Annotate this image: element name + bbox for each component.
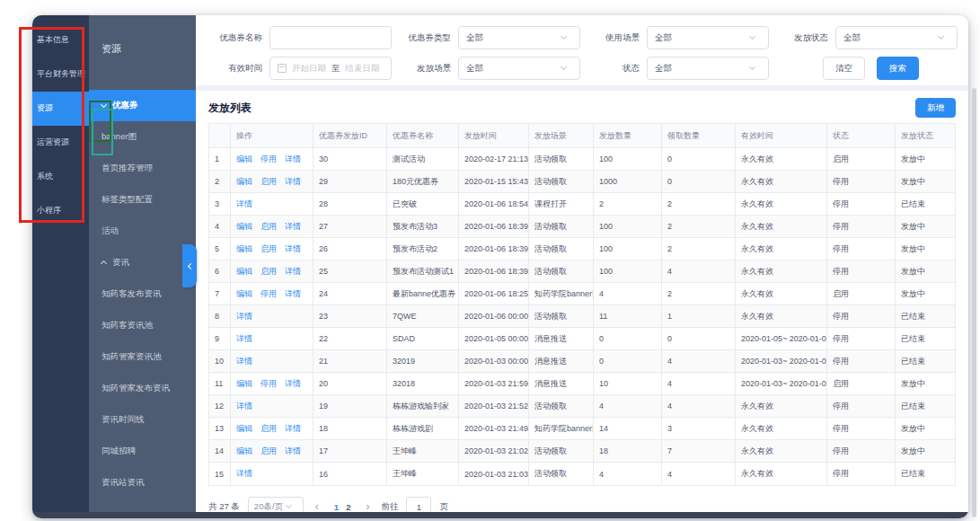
secondary-nav-tag-type-config[interactable]: 标签类型配置 (89, 184, 196, 216)
cell-ops: 详情 (231, 193, 313, 215)
secondary-nav-coupon[interactable]: 优惠券 (89, 90, 196, 121)
add-button[interactable]: 新增 (915, 98, 956, 118)
cell-claim-count: 4 (662, 395, 736, 417)
search-button[interactable]: 搜索 (877, 57, 919, 80)
primary-nav-mini-program[interactable]: 小程序 (32, 194, 89, 228)
secondary-nav-news[interactable]: 资讯 (89, 247, 196, 278)
secondary-nav-zhiyao-manager-publish-news[interactable]: 知药管家发布资讯 (89, 373, 196, 404)
cell-index: 14 (209, 440, 231, 462)
filter-label-valid-time: 有效时间 (207, 63, 262, 75)
op-edit-link[interactable]: 编辑 (236, 288, 252, 300)
op-edit-link[interactable]: 编辑 (236, 176, 252, 188)
secondary-nav-banner-image[interactable]: banner图 (89, 121, 196, 153)
list-header: 发放列表 新增 (196, 91, 968, 123)
secondary-nav-news-site-news[interactable]: 资讯站资讯 (89, 467, 196, 499)
cell-issue-time: 2020-01-03 21:59:5 (459, 373, 529, 394)
op-detail-link[interactable]: 详情 (236, 311, 252, 322)
op-detail-link[interactable]: 详情 (285, 176, 301, 188)
op-edit-link[interactable]: 编辑 (236, 446, 252, 457)
status-filter-select[interactable]: 全部 (647, 57, 769, 80)
cell-issue-count: 11 (594, 305, 662, 327)
cell-coupon-issue-id: 24 (313, 283, 387, 305)
primary-nav-platform-finance[interactable]: 平台财务管理 (32, 57, 89, 92)
secondary-nav-local-jobs[interactable]: 同城招聘 (89, 436, 196, 467)
cell-valid-time: 2020-01-03~ 2020-01-04 (736, 373, 827, 394)
table-row: 8详情237QWE2020-01-06 00:00:0活动领取111永久有效停用… (209, 305, 955, 328)
cell-index: 6 (209, 260, 231, 282)
op-detail-link[interactable]: 详情 (285, 378, 301, 390)
secondary-nav-zhiyao-manager-news-pool[interactable]: 知药管家资讯池 (89, 341, 196, 373)
page-number-1[interactable]: 1 (331, 502, 342, 512)
secondary-nav-news-timeline[interactable]: 资讯时间线 (89, 404, 196, 436)
secondary-nav-zhiyaoke-publish-news[interactable]: 知药客发布资讯 (89, 278, 196, 310)
op-disable-link[interactable]: 停用 (260, 154, 277, 165)
op-detail-link[interactable]: 详情 (285, 288, 301, 300)
op-detail-link[interactable]: 详情 (236, 333, 252, 345)
op-detail-link[interactable]: 详情 (285, 446, 301, 457)
op-edit-link[interactable]: 编辑 (236, 266, 252, 278)
cell-issue-status: 发放中 (896, 238, 957, 260)
table-row: 15详情16王坤峰2020-01-03 21:03:0活动领取44永久有效停用已… (209, 463, 955, 485)
primary-nav-resources[interactable]: 资源 (32, 92, 89, 126)
issue-scene-value: 全部 (466, 63, 483, 75)
cell-coupon-issue-id: 28 (313, 193, 387, 215)
scrollbar-thumb[interactable] (972, 88, 976, 517)
cell-issue-count: 1000 (594, 171, 662, 192)
primary-nav-basic-info[interactable]: 基本信息 (32, 23, 89, 57)
op-enable-link[interactable]: 启用 (260, 243, 277, 255)
use-scene-select[interactable]: 全部 (647, 26, 769, 49)
screenshot-canvas: 基本信息平台财务管理资源运营资源系统小程序 资源 优惠券banner图首页推荐管… (0, 0, 980, 521)
cell-status: 停用 (827, 440, 896, 462)
op-edit-link[interactable]: 编辑 (236, 154, 252, 165)
op-detail-link[interactable]: 详情 (285, 243, 301, 255)
secondary-nav-zhiyaoke-news-pool[interactable]: 知药客资讯池 (89, 310, 196, 341)
secondary-nav-label: 资讯 (112, 257, 129, 269)
use-scene-value: 全部 (655, 32, 672, 44)
coupon-type-select[interactable]: 全部 (458, 26, 580, 49)
op-enable-link[interactable]: 启用 (260, 221, 277, 233)
valid-time-daterange[interactable]: 开始日期至结束日期 (269, 57, 392, 80)
secondary-nav-activity[interactable]: 活动 (89, 216, 196, 247)
op-edit-link[interactable]: 编辑 (236, 423, 252, 435)
primary-nav-operation-resources[interactable]: 运营资源 (32, 126, 89, 160)
prev-page-arrow[interactable]: ‹ (312, 501, 322, 512)
filter-label-issue-scene: 发放场景 (395, 63, 451, 75)
op-edit-link[interactable]: 编辑 (236, 378, 252, 390)
cell-issue-status: 已结束 (896, 305, 957, 327)
op-detail-link[interactable]: 详情 (236, 468, 252, 480)
secondary-nav-home-recommend[interactable]: 首页推荐管理 (89, 153, 196, 184)
page-number-2[interactable]: 2 (342, 502, 354, 512)
cell-index: 9 (209, 328, 231, 349)
op-detail-link[interactable]: 详情 (236, 356, 252, 367)
op-detail-link[interactable]: 详情 (285, 221, 301, 233)
sidebar-collapse-handle[interactable] (182, 244, 197, 287)
cell-issue-scene: 消息推送 (529, 373, 594, 394)
op-detail-link[interactable]: 详情 (285, 266, 301, 278)
op-enable-link[interactable]: 启用 (260, 423, 277, 435)
next-page-arrow[interactable]: › (362, 501, 373, 512)
cell-issue-count: 100 (594, 216, 662, 237)
op-disable-link[interactable]: 停用 (260, 288, 277, 300)
op-edit-link[interactable]: 编辑 (236, 243, 252, 255)
cell-index: 3 (209, 193, 231, 215)
cell-issue-status: 已结束 (896, 350, 957, 372)
cell-issue-time: 2020-01-15 15:43:1 (459, 171, 529, 192)
op-enable-link[interactable]: 启用 (260, 266, 277, 278)
issue-status-filter-select[interactable]: 全部 (835, 26, 958, 49)
cell-coupon-name: 最新banne优惠券 (387, 283, 459, 305)
op-enable-link[interactable]: 启用 (260, 176, 277, 188)
cell-valid-time: 永久有效 (736, 395, 827, 417)
op-detail-link[interactable]: 详情 (285, 423, 301, 435)
primary-nav-system[interactable]: 系统 (32, 160, 89, 194)
op-detail-link[interactable]: 详情 (285, 154, 301, 165)
issue-scene-select[interactable]: 全部 (458, 57, 580, 80)
op-enable-link[interactable]: 启用 (260, 446, 277, 457)
op-edit-link[interactable]: 编辑 (236, 221, 252, 233)
op-detail-link[interactable]: 详情 (236, 401, 252, 412)
clear-button[interactable]: 清空 (823, 57, 865, 80)
cell-issue-count: 100 (594, 148, 662, 170)
op-detail-link[interactable]: 详情 (236, 199, 252, 210)
cell-claim-count: 0 (662, 328, 736, 349)
op-disable-link[interactable]: 停用 (260, 378, 277, 390)
coupon-name-input[interactable] (269, 26, 392, 49)
